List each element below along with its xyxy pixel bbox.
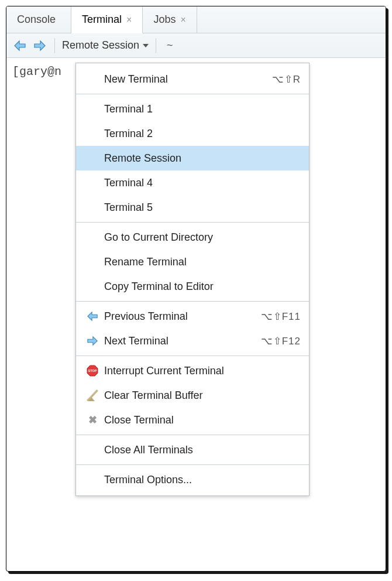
arrow-right-icon — [84, 336, 101, 346]
menu-separator — [76, 435, 309, 435]
menu-terminal-options[interactable]: Terminal Options... — [76, 467, 309, 492]
tab-label: Jobs — [153, 13, 176, 26]
menu-copy-to-editor[interactable]: Copy Terminal to Editor — [76, 274, 309, 299]
menu-shortcut: ⌥⇧F11 — [261, 310, 301, 323]
menu-terminal-4[interactable]: Terminal 4 — [76, 170, 309, 195]
close-icon: ✖ — [84, 413, 101, 426]
menu-separator — [76, 301, 309, 302]
menu-item-label: Terminal 4 — [101, 177, 301, 189]
menu-remote-session[interactable]: Remote Session — [76, 146, 309, 170]
menu-close-all[interactable]: Close All Terminals — [76, 438, 309, 462]
arrow-left-icon — [13, 40, 26, 52]
menu-item-label: Previous Terminal — [101, 310, 261, 323]
menu-item-label: Terminal 1 — [101, 103, 301, 115]
menu-item-label: Close Terminal — [101, 414, 301, 426]
terminal-session-dropdown[interactable]: Remote Session — [62, 39, 149, 52]
tabbar: Console Terminal × Jobs × — [6, 6, 386, 33]
menu-clear-buffer[interactable]: Clear Terminal Buffer — [76, 383, 309, 408]
panel: Console Terminal × Jobs × Remote Session — [6, 6, 386, 572]
menu-next-terminal[interactable]: Next Terminal ⌥⇧F12 — [76, 329, 309, 353]
menu-shortcut: ⌥⇧R — [272, 73, 301, 86]
chevron-down-icon — [143, 44, 149, 47]
menu-rename-terminal[interactable]: Rename Terminal — [76, 250, 309, 274]
next-terminal-button[interactable] — [32, 38, 47, 53]
menu-item-label: Remote Session — [101, 152, 301, 165]
menu-item-label: Rename Terminal — [101, 256, 301, 268]
menu-item-label: Terminal Options... — [101, 474, 301, 486]
menu-shortcut: ⌥⇧F12 — [261, 335, 301, 347]
stop-icon: STOP — [84, 365, 101, 377]
menu-item-label: Terminal 2 — [101, 128, 301, 140]
toolbar: Remote Session ~ — [6, 33, 386, 58]
dropdown-text: Remote Session — [62, 39, 139, 52]
menu-separator — [76, 464, 309, 465]
separator — [156, 38, 156, 53]
tab-label: Console — [17, 13, 56, 26]
menu-interrupt[interactable]: STOP Interrupt Current Terminal — [76, 358, 309, 383]
menu-item-label: Interrupt Current Terminal — [101, 365, 301, 377]
menu-item-label: New Terminal — [101, 73, 272, 86]
menu-separator — [76, 222, 309, 223]
close-icon[interactable]: × — [126, 15, 132, 25]
menu-separator — [76, 94, 309, 94]
menu-item-label: Terminal 5 — [101, 201, 301, 214]
terminal-dropdown-menu: New Terminal ⌥⇧R Terminal 1 Terminal 2 R… — [75, 63, 310, 496]
menu-terminal-1[interactable]: Terminal 1 — [76, 97, 309, 121]
arrow-left-icon — [84, 311, 101, 322]
menu-close-terminal[interactable]: ✖ Close Terminal — [76, 408, 309, 432]
menu-terminal-2[interactable]: Terminal 2 — [76, 121, 309, 146]
terminal-prompt-text: [gary@n — [12, 65, 61, 78]
menu-terminal-5[interactable]: Terminal 5 — [76, 195, 309, 220]
tab-jobs[interactable]: Jobs × — [143, 6, 197, 33]
menu-prev-terminal[interactable]: Previous Terminal ⌥⇧F11 — [76, 304, 309, 329]
menu-item-label: Close All Terminals — [101, 444, 301, 456]
tab-terminal[interactable]: Terminal × — [71, 6, 143, 33]
svg-text:STOP: STOP — [88, 369, 97, 372]
separator — [54, 38, 55, 53]
tab-console[interactable]: Console — [6, 6, 71, 33]
menu-new-terminal[interactable]: New Terminal ⌥⇧R — [76, 67, 309, 91]
close-icon[interactable]: × — [180, 15, 185, 25]
prev-terminal-button[interactable] — [12, 38, 27, 53]
menu-item-label: Next Terminal — [101, 335, 261, 347]
menu-item-label: Clear Terminal Buffer — [101, 389, 301, 402]
broom-icon — [84, 389, 101, 401]
arrow-right-icon — [33, 40, 46, 52]
menu-go-current-dir[interactable]: Go to Current Directory — [76, 225, 309, 250]
tab-label: Terminal — [82, 13, 122, 26]
menu-item-label: Copy Terminal to Editor — [101, 281, 301, 293]
menu-separator — [76, 356, 309, 356]
menu-item-label: Go to Current Directory — [101, 231, 301, 244]
path-label: ~ — [163, 39, 177, 52]
